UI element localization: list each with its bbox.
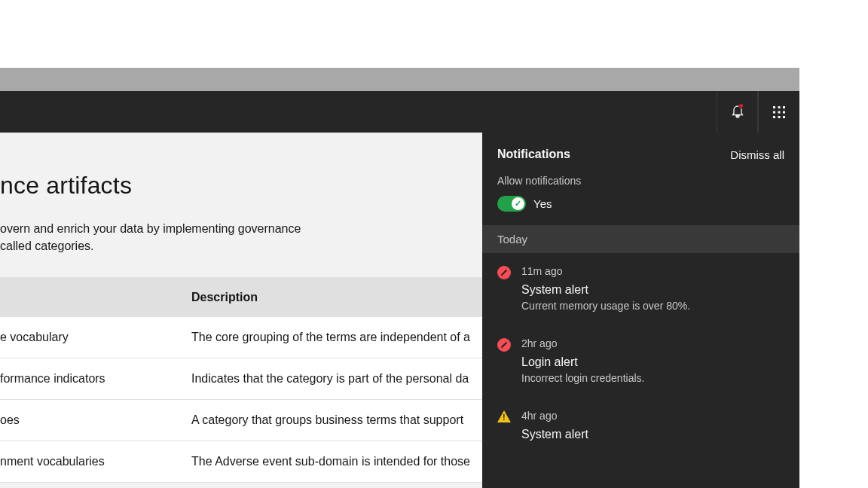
notification-title: System alert (521, 283, 690, 297)
notifications-panel: Notifications Dismiss all Allow notifica… (482, 133, 799, 488)
svg-rect-0 (773, 106, 775, 108)
notification-body: 11m ago System alert Current memory usag… (521, 265, 690, 312)
notification-time: 2hr ago (521, 337, 644, 349)
page-description: overn and enrich your data by implementi… (0, 220, 316, 255)
svg-rect-1 (778, 106, 781, 108)
notification-section-today: Today (482, 225, 799, 253)
notification-time: 4hr ago (521, 410, 588, 422)
desc-line: overn and enrich your data by implementi… (0, 222, 301, 235)
notification-badge (738, 103, 744, 108)
grid-icon (772, 105, 786, 119)
cell-name: nment vocabularies (0, 455, 105, 468)
notification-body: 4hr ago System alert (521, 410, 588, 444)
check-icon: ✓ (515, 200, 521, 208)
app-window: nce artifacts overn and enrich your data… (0, 68, 799, 488)
svg-rect-8 (783, 116, 785, 118)
top-nav-bar (0, 91, 799, 133)
allow-notifications-toggle-row: ✓ Yes (482, 191, 799, 225)
toggle-state-label: Yes (533, 197, 552, 210)
cell-name: e vocabulary (0, 331, 69, 344)
notifications-button[interactable] (717, 91, 758, 133)
window-chrome-bar (0, 68, 799, 91)
allow-notifications-toggle[interactable]: ✓ (497, 196, 526, 212)
app-switcher-button[interactable] (758, 91, 799, 133)
svg-rect-4 (778, 111, 781, 113)
allow-notifications-label: Allow notifications (482, 169, 799, 191)
cell-description: The Adverse event sub-domain is intended… (191, 455, 470, 468)
svg-rect-3 (773, 111, 775, 113)
error-icon (497, 266, 511, 279)
cell-description: Indicates that the category is part of t… (191, 372, 469, 386)
notification-item[interactable]: 4hr ago System alert (482, 398, 799, 458)
error-icon (497, 338, 511, 352)
svg-rect-7 (778, 116, 781, 118)
notification-item[interactable]: 11m ago System alert Current memory usag… (482, 253, 799, 325)
svg-rect-6 (773, 116, 775, 118)
cell-description: The core grouping of the terms are indep… (191, 331, 470, 344)
notification-item[interactable]: 2hr ago Login alert Incorrect login cred… (482, 325, 799, 398)
notification-description: Current memory usage is over 80%. (521, 300, 690, 312)
dismiss-all-button[interactable]: Dismiss all (730, 148, 784, 161)
notification-title: System alert (521, 428, 588, 441)
notifications-title: Notifications (497, 148, 570, 161)
cell-name: oes (0, 413, 20, 427)
notification-title: Login alert (521, 355, 644, 369)
svg-rect-2 (783, 106, 785, 108)
notification-description: Incorrect login credentials. (521, 372, 644, 384)
column-description-header: Description (191, 291, 258, 304)
cell-description: A category that groups business terms th… (191, 413, 463, 427)
notification-body: 2hr ago Login alert Incorrect login cred… (521, 337, 644, 384)
cell-name: formance indicators (0, 372, 105, 386)
page-title: nce artifacts (0, 172, 132, 200)
toggle-knob: ✓ (512, 197, 524, 210)
warning-icon (497, 410, 511, 424)
notifications-header: Notifications Dismiss all (482, 133, 799, 169)
desc-line: called categories. (0, 239, 94, 252)
notification-time: 11m ago (521, 265, 690, 277)
svg-rect-5 (783, 111, 785, 113)
